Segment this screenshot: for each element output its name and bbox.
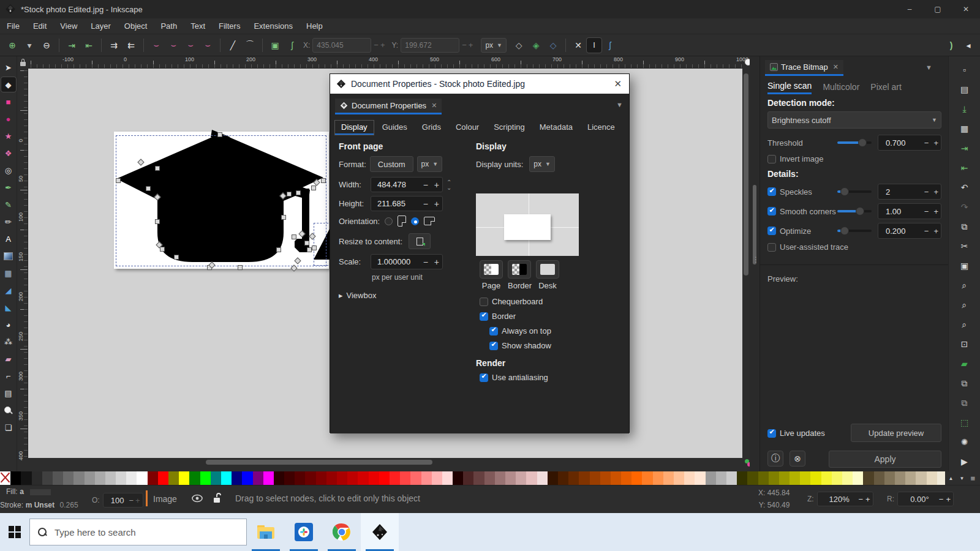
threshold-plus[interactable]: + [931,138,941,148]
zoom-spinbox[interactable]: 120%−+ [817,492,873,506]
link-dimensions-icon[interactable]: ⌃⌄ [447,179,451,190]
paste-icon[interactable]: ▣ [957,258,973,274]
subtab-multicolor[interactable]: Multicolor [823,82,859,94]
speckles-checkbox[interactable] [767,187,776,196]
node-handle[interactable] [287,192,292,197]
preferences-icon[interactable]: ✺ [957,434,973,450]
break-nodes-icon[interactable]: ⇉ [106,37,122,53]
threshold-minus[interactable]: − [922,138,932,148]
fill-bounded-icon[interactable]: ▰ [957,356,973,372]
menu-item-text[interactable]: Text [184,18,212,34]
palette-swatch[interactable] [579,471,589,485]
undo-icon[interactable]: ↶ [957,179,973,195]
display-page-button[interactable] [480,260,503,279]
x-coordinate-field[interactable]: 435.045 [312,38,371,53]
palette-swatch[interactable] [453,471,463,485]
redo-icon[interactable]: ↷ [957,199,973,215]
x-spin-buttons[interactable]: −+ [374,40,386,50]
fill-swatch[interactable] [30,489,51,495]
zoom-plus[interactable]: + [865,495,870,504]
palette-swatch[interactable] [379,471,390,485]
node-handle[interactable] [296,190,301,195]
save-document-icon[interactable]: ⤓ [957,101,973,117]
palette-swatch[interactable] [274,471,284,485]
palette-swatch[interactable] [74,471,84,485]
rotation-spinbox[interactable]: 0.00°−+ [897,492,954,506]
mesh-tool[interactable]: ▦ [1,266,16,280]
menu-item-help[interactable]: Help [300,18,330,34]
layer-visibility-icon[interactable] [191,493,203,503]
import-icon[interactable]: ⇥ [957,140,973,156]
palette-swatch[interactable] [495,471,505,485]
palette-swatch[interactable] [558,471,568,485]
outline-path-icon[interactable]: ʃ [602,37,618,53]
palette-swatch[interactable] [63,471,74,485]
dock-handle-icon[interactable]: ⋮ [752,258,760,261]
invert-image-checkbox[interactable] [767,155,776,163]
horizontal-scrollbar[interactable] [28,458,742,467]
unit-dropdown[interactable]: px▼ [481,38,507,53]
y-coordinate-field[interactable]: 199.672 [401,38,459,53]
dropper-tool[interactable]: ◢ [1,283,16,298]
checkbox-row-border[interactable]: Border [480,312,516,321]
threshold-slider[interactable] [837,141,872,144]
checkbox-row-show-shadow[interactable]: Show shadow [489,341,551,350]
dialog-title-bar[interactable]: Document Properties - Stock photo Edited… [330,74,629,94]
snap-toggle-icon[interactable]: ) [943,37,959,53]
vertical-ruler[interactable]: 050100150200250300350400 [17,69,28,458]
node-handle[interactable] [155,166,160,171]
height-minus[interactable]: − [420,199,431,209]
palette-swatch[interactable] [32,471,42,485]
smooth-corners-checkbox[interactable] [767,207,776,216]
palette-swatch[interactable] [800,471,810,485]
palette-scroll-down-icon[interactable]: ▼ [959,476,964,481]
layer-name[interactable]: Image [153,494,177,504]
ellipse-tool[interactable]: ● [1,111,16,126]
palette-swatch[interactable] [105,471,116,485]
palette-swatch[interactable] [200,471,211,485]
checkbox-row-chequerboard[interactable]: Chequerboard [480,297,543,306]
line-segment-icon[interactable]: ╱ [225,37,241,53]
palette-swatch[interactable] [463,471,473,485]
live-updates-checkbox[interactable] [767,429,776,438]
stroke-indicator[interactable]: Stroke: m Unset 0.265 [0,500,78,509]
palette-swatch[interactable] [537,471,548,485]
more-icon[interactable]: ▶ [957,454,973,470]
spin-minus[interactable]: − [922,187,932,197]
box3d-tool[interactable]: ❖ [1,146,16,160]
dialog-notebook-tab[interactable]: Document Properties ✕ [335,99,442,114]
palette-swatch[interactable] [21,471,31,485]
dialog-tab-close-icon[interactable]: ✕ [431,102,437,110]
menu-item-filters[interactable]: Filters [212,18,247,34]
palette-swatch[interactable] [410,471,421,485]
palette-swatch[interactable] [189,471,200,485]
palette-swatch[interactable] [590,471,600,485]
auto-node-icon[interactable]: ⌣ [200,37,216,53]
update-preview-button[interactable]: Update preview [851,424,941,442]
palette-swatch[interactable] [158,471,168,485]
speckles-spinbox[interactable]: 2−+ [878,184,941,200]
palette-swatch[interactable] [842,471,853,485]
node-handle[interactable] [160,247,165,252]
dialog-tab-grids[interactable]: Grids [416,121,447,135]
node-handle[interactable] [312,246,317,250]
display-border-button[interactable] [508,260,531,279]
palette-swatch[interactable] [42,471,53,485]
export-icon[interactable]: ⇤ [957,160,973,176]
calligraphy-tool[interactable]: ✏ [1,214,16,229]
scale-plus[interactable]: + [431,257,442,267]
dialog-tab-guides[interactable]: Guides [376,121,413,135]
optimize-slider[interactable] [837,230,872,232]
palette-swatch[interactable] [663,471,674,485]
pages-tool[interactable]: ▤ [1,386,16,400]
palette-swatch[interactable] [505,471,516,485]
symmetric-node-icon[interactable]: ⌣ [183,37,198,53]
palette-swatch[interactable] [810,471,821,485]
node-handle[interactable] [155,219,160,224]
spin-minus[interactable]: − [922,227,932,236]
palette-swatch[interactable] [611,471,621,485]
pencil-tool[interactable]: ✎ [1,197,16,212]
spray-tool[interactable]: ⁂ [1,334,16,349]
insert-node-menu-icon[interactable]: ▾ [21,37,37,53]
palette-swatch[interactable] [168,471,179,485]
